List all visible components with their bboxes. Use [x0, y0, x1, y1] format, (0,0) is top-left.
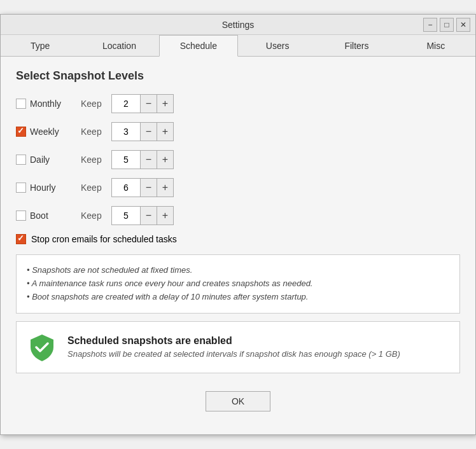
main-content: Select Snapshot Levels Monthly Keep − + … — [1, 57, 475, 434]
hourly-decrement[interactable]: − — [140, 179, 157, 197]
status-box: Scheduled snapshots are enabled Snapshot… — [16, 321, 460, 373]
daily-checkbox[interactable] — [16, 155, 26, 165]
status-subtitle: Snapshots will be created at selected in… — [67, 349, 400, 359]
daily-value[interactable] — [112, 151, 140, 169]
hourly-row: Hourly Keep − + — [16, 178, 460, 197]
info-line-3: Boot snapshots are created with a delay … — [27, 291, 449, 304]
ok-button[interactable]: OK — [206, 391, 270, 411]
info-line-1: Snapshots are not scheduled at fixed tim… — [27, 264, 449, 277]
daily-label: Daily — [16, 155, 73, 165]
boot-spinbox: − + — [111, 206, 174, 225]
monthly-checkbox[interactable] — [16, 99, 26, 109]
monthly-value[interactable] — [112, 95, 140, 113]
tab-bar: Type Location Schedule Users Filters Mis… — [1, 35, 475, 57]
window-title: Settings — [222, 20, 255, 30]
tab-location[interactable]: Location — [80, 35, 158, 56]
section-title: Select Snapshot Levels — [16, 69, 460, 83]
cron-label: Stop cron emails for scheduled tasks — [31, 234, 177, 244]
status-title: Scheduled snapshots are enabled — [67, 335, 400, 347]
monthly-spinbox: − + — [111, 94, 174, 113]
titlebar: Settings − □ ✕ — [1, 15, 475, 35]
cron-row: Stop cron emails for scheduled tasks — [16, 234, 460, 244]
boot-value[interactable] — [112, 207, 140, 224]
maximize-button[interactable]: □ — [440, 18, 454, 32]
tab-misc[interactable]: Misc — [396, 35, 475, 56]
monthly-row: Monthly Keep − + — [16, 94, 460, 113]
monthly-label: Monthly — [16, 99, 73, 109]
hourly-increment[interactable]: + — [157, 179, 173, 197]
settings-window: Settings − □ ✕ Type Location Schedule Us… — [0, 14, 476, 434]
monthly-increment[interactable]: + — [157, 95, 173, 113]
daily-increment[interactable]: + — [157, 151, 173, 169]
tab-schedule[interactable]: Schedule — [159, 35, 238, 57]
info-box: Snapshots are not scheduled at fixed tim… — [16, 254, 460, 313]
minimize-button[interactable]: − — [423, 18, 437, 32]
hourly-value[interactable] — [112, 179, 140, 197]
hourly-spinbox: − + — [111, 178, 174, 197]
hourly-checkbox[interactable] — [16, 183, 26, 193]
boot-label: Boot — [16, 211, 73, 221]
weekly-value[interactable] — [112, 123, 140, 141]
daily-decrement[interactable]: − — [140, 151, 157, 169]
tab-type[interactable]: Type — [1, 35, 80, 56]
weekly-row: Weekly Keep − + — [16, 122, 460, 141]
boot-increment[interactable]: + — [157, 207, 173, 224]
cron-checkbox[interactable] — [16, 234, 26, 244]
hourly-label: Hourly — [16, 183, 73, 193]
status-text: Scheduled snapshots are enabled Snapshot… — [67, 335, 400, 359]
boot-checkbox[interactable] — [16, 211, 26, 221]
daily-row: Daily Keep − + — [16, 150, 460, 169]
boot-decrement[interactable]: − — [140, 207, 157, 224]
footer: OK — [16, 383, 460, 422]
shield-checkmark-icon — [27, 332, 57, 363]
close-button[interactable]: ✕ — [456, 18, 470, 32]
weekly-checkbox[interactable] — [16, 127, 26, 137]
weekly-spinbox: − + — [111, 122, 174, 141]
tab-filters[interactable]: Filters — [317, 35, 396, 56]
daily-spinbox: − + — [111, 150, 174, 169]
monthly-decrement[interactable]: − — [140, 95, 157, 113]
info-line-2: A maintenance task runs once every hour … — [27, 277, 449, 291]
tab-users[interactable]: Users — [238, 35, 317, 56]
weekly-increment[interactable]: + — [157, 123, 173, 141]
window-controls: − □ ✕ — [423, 18, 470, 32]
boot-row: Boot Keep − + — [16, 206, 460, 225]
weekly-decrement[interactable]: − — [140, 123, 157, 141]
weekly-label: Weekly — [16, 127, 73, 137]
